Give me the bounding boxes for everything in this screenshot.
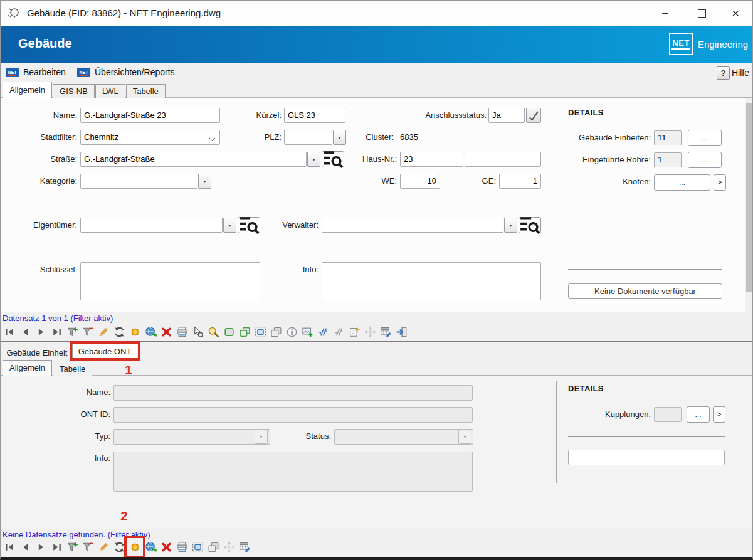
refresh-icon[interactable] xyxy=(112,539,127,555)
tab-gebäude-einheit[interactable]: Gebäude Einheit xyxy=(3,346,71,359)
eigentuemer-input[interactable] xyxy=(80,218,223,233)
nav-last-icon[interactable] xyxy=(49,324,64,340)
move-icon[interactable] xyxy=(362,324,377,340)
nav-first-icon[interactable] xyxy=(2,539,17,555)
ont-status-input[interactable] xyxy=(334,429,473,445)
tab-allgemein[interactable]: Allgemein xyxy=(3,360,52,376)
name-input[interactable]: G.-Landgraf-Straße 23 xyxy=(80,108,220,123)
ont-info-textarea[interactable] xyxy=(113,452,473,492)
verwalter-input[interactable] xyxy=(322,218,503,233)
nav-last-icon[interactable] xyxy=(49,539,64,555)
delete-icon[interactable] xyxy=(159,324,174,340)
select-region-icon[interactable] xyxy=(190,539,205,555)
plz-label: PLZ: xyxy=(255,132,282,142)
tab-gebäude-ont[interactable]: Gebäude ONT xyxy=(72,343,137,359)
note-add-icon[interactable] xyxy=(347,324,362,340)
verwalter-search-button[interactable] xyxy=(519,217,541,233)
scrollbar-thumb[interactable] xyxy=(746,103,752,292)
eigentuemer-search-button[interactable] xyxy=(238,217,260,233)
ont-name-input[interactable] xyxy=(113,385,473,401)
gebaeude-einheiten-more-button[interactable]: ... xyxy=(688,130,722,146)
strasse-dropdown-button[interactable]: ▼ xyxy=(307,152,320,167)
knoten-more-button[interactable]: ... xyxy=(654,174,710,191)
shape-icon[interactable] xyxy=(221,324,236,340)
edit-icon[interactable] xyxy=(96,539,111,555)
help-icon[interactable]: ? xyxy=(717,66,730,80)
ont-typ-input[interactable] xyxy=(113,429,270,445)
table-edit-icon[interactable] xyxy=(237,539,252,555)
close-button[interactable]: × xyxy=(721,1,750,26)
kuerzel-input[interactable]: GLS 23 xyxy=(284,108,345,123)
menu-uebersichten-reports[interactable]: NET Übersichten/Reports xyxy=(77,65,175,79)
print-icon[interactable] xyxy=(174,539,189,555)
image-add-icon[interactable] xyxy=(300,324,315,340)
knoten-arrow-button[interactable]: > xyxy=(714,174,726,191)
anschlussstatus-check-button[interactable] xyxy=(526,108,541,123)
nav-prev-icon[interactable] xyxy=(18,324,33,340)
measure-grey-icon[interactable] xyxy=(331,324,346,340)
refresh-icon[interactable] xyxy=(112,324,127,340)
tab-allgemein[interactable]: Allgemein xyxy=(3,82,52,98)
help-label[interactable]: Hilfe xyxy=(732,68,749,78)
zoom-icon[interactable] xyxy=(206,324,221,340)
filter-remove-icon[interactable] xyxy=(80,539,95,555)
select-region-icon[interactable] xyxy=(253,324,268,340)
verwalter-dropdown-button[interactable]: ▼ xyxy=(504,218,517,233)
nav-first-icon[interactable] xyxy=(2,324,17,340)
tab-tabelle[interactable]: Tabelle xyxy=(126,84,166,98)
filter-remove-icon[interactable] xyxy=(80,324,95,340)
edit-icon[interactable] xyxy=(96,324,111,340)
anschlussstatus-input[interactable]: Ja xyxy=(488,108,525,123)
tab-gis-nb[interactable]: GIS-NB xyxy=(53,84,95,98)
nav-prev-icon[interactable] xyxy=(18,539,33,555)
kupplungen-arrow-button[interactable]: > xyxy=(713,406,725,423)
ge-input[interactable]: 1 xyxy=(499,174,541,189)
kupplungen-more-button[interactable]: ... xyxy=(687,406,710,423)
kategorie-dropdown-button[interactable]: ▼ xyxy=(198,174,211,189)
nav-next-icon[interactable] xyxy=(33,539,48,555)
menu-bearbeiten[interactable]: NET Bearbeiten xyxy=(6,65,66,79)
we-input[interactable]: 10 xyxy=(400,174,440,189)
documents-button[interactable]: Keine Dokumente verfügbar xyxy=(568,283,722,299)
globe-refresh-icon[interactable] xyxy=(143,539,158,555)
copy-icon[interactable] xyxy=(206,539,221,555)
move-icon[interactable] xyxy=(221,539,236,555)
info-icon[interactable] xyxy=(284,324,299,340)
pointer-zoom-icon[interactable] xyxy=(190,324,205,340)
kategorie-input[interactable] xyxy=(80,174,197,189)
exit-icon[interactable] xyxy=(394,324,409,340)
print-icon[interactable] xyxy=(174,324,189,340)
globe-refresh-icon[interactable] xyxy=(143,324,158,340)
eingefuehrte-rohre-more-button[interactable]: ... xyxy=(688,152,722,168)
hausnr-suffix-input[interactable] xyxy=(465,152,541,167)
maximize-button[interactable] xyxy=(687,1,716,26)
nav-next-icon[interactable] xyxy=(33,324,48,340)
hausnr-input[interactable]: 23 xyxy=(400,152,463,167)
shape-copy-icon[interactable] xyxy=(237,324,252,340)
strasse-search-button[interactable] xyxy=(322,151,344,167)
tab-tabelle[interactable]: Tabelle xyxy=(53,362,92,376)
tab-lwl[interactable]: LWL xyxy=(95,84,125,98)
table-edit-icon[interactable] xyxy=(378,324,393,340)
create-new-icon[interactable] xyxy=(127,324,142,340)
schluessel-textarea[interactable] xyxy=(80,262,260,300)
strasse-input[interactable]: G.-Landgraf-Straße xyxy=(80,152,307,167)
details-hdivider-bottom xyxy=(568,436,725,437)
info-textarea[interactable] xyxy=(322,262,541,300)
eigentuemer-dropdown-button[interactable]: ▼ xyxy=(223,218,236,233)
ont-status-dropdown-button[interactable]: ▼ xyxy=(458,430,471,444)
create-new-icon[interactable] xyxy=(127,539,142,555)
stadtfilter-combobox[interactable]: Chemnitz xyxy=(80,130,220,145)
filter-add-icon[interactable] xyxy=(65,324,80,340)
copy-icon[interactable] xyxy=(268,324,283,340)
filter-add-icon[interactable] xyxy=(65,539,80,555)
measure-blue-icon[interactable] xyxy=(315,324,330,340)
details-empty-field[interactable] xyxy=(568,450,725,465)
vertical-scrollbar[interactable] xyxy=(745,98,753,312)
delete-icon[interactable] xyxy=(159,539,174,555)
plz-dropdown-button[interactable]: ▼ xyxy=(333,130,346,145)
ont-typ-dropdown-button[interactable]: ▼ xyxy=(255,430,268,444)
minimize-button[interactable]: – xyxy=(651,1,680,26)
ont-id-input[interactable] xyxy=(113,407,473,423)
plz-input[interactable] xyxy=(284,130,332,145)
